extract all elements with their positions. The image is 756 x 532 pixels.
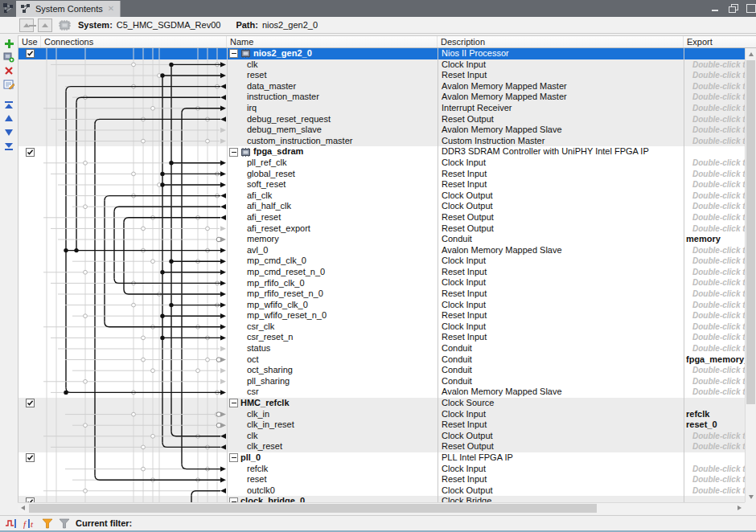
port-name-cell[interactable]: custom_instruction_master (227, 136, 438, 147)
scroll-down-arrow[interactable] (746, 491, 756, 502)
export-cell[interactable]: Double-click to export (684, 289, 745, 300)
port-name-cell[interactable]: mp_rfifo_reset_n_0 (227, 289, 438, 300)
scroll-right-arrow[interactable] (734, 502, 745, 514)
frequency-text-filter-icon[interactable]: f t (23, 518, 36, 529)
minimize-button[interactable] (711, 4, 720, 13)
module-name-cell[interactable]: clock_bridge_0 (227, 496, 438, 502)
port-name-cell[interactable]: afi_clk (227, 190, 438, 202)
port-name-cell[interactable]: mp_wfifo_clk_0 (227, 300, 438, 311)
horizontal-scrollbar[interactable] (18, 502, 745, 514)
export-cell[interactable]: Double-click to export (684, 201, 745, 212)
export-cell[interactable]: Double-click to export (684, 343, 745, 354)
port-name-cell[interactable]: reset (227, 70, 438, 81)
module-name-cell[interactable]: HMC_refclk (227, 398, 438, 409)
export-cell[interactable]: Double-click to export (684, 441, 745, 452)
col-header-description[interactable]: Description (438, 36, 684, 47)
port-name-cell[interactable]: mp_cmd_clk_0 (227, 256, 438, 267)
export-cell[interactable] (684, 146, 745, 158)
port-name-cell[interactable]: clk_reset (227, 441, 438, 452)
use-checkbox[interactable] (26, 49, 35, 58)
add-component-button[interactable] (3, 38, 15, 49)
vertical-scroll-thumb[interactable] (746, 60, 755, 404)
port-name-cell[interactable]: instruction_master (227, 92, 438, 103)
export-cell[interactable]: Double-click to export (684, 431, 745, 442)
tab-system-contents[interactable]: System Contents ✕ (16, 1, 121, 17)
parent-level-button[interactable] (38, 18, 52, 32)
module-name-cell[interactable]: nios2_gen2_0 (227, 48, 438, 59)
export-cell[interactable]: Double-click to export (684, 114, 745, 125)
port-name-cell[interactable]: avl_0 (227, 245, 438, 256)
signal-waveform-filter-icon[interactable] (5, 518, 18, 529)
export-cell[interactable] (684, 452, 745, 464)
port-name-cell[interactable]: pll_sharing (227, 376, 438, 387)
move-bottom-button[interactable] (3, 141, 15, 152)
export-cell[interactable]: Double-click to export (684, 332, 745, 343)
port-name-cell[interactable]: debug_reset_request (227, 114, 438, 125)
export-cell[interactable] (684, 496, 745, 502)
port-name-cell[interactable]: clk (227, 59, 438, 71)
export-cell[interactable]: Double-click to export (684, 169, 745, 180)
export-cell[interactable]: Double-click to export (684, 464, 745, 475)
port-name-cell[interactable]: mp_wfifo_reset_n_0 (227, 310, 438, 321)
export-cell[interactable]: Double-click to export (684, 387, 745, 398)
use-checkbox[interactable] (26, 148, 35, 157)
connections-matrix[interactable] (40, 48, 226, 502)
clear-filter-funnel-icon[interactable] (59, 518, 70, 529)
export-cell[interactable]: Double-click to export (684, 310, 745, 321)
remove-button[interactable] (3, 65, 15, 76)
col-header-export[interactable]: Export (684, 36, 756, 47)
move-down-button[interactable] (3, 127, 15, 138)
port-name-cell[interactable]: oct (227, 354, 438, 366)
export-cell[interactable]: Double-click to export (684, 300, 745, 311)
export-cell[interactable]: memory (684, 234, 745, 245)
move-top-button[interactable] (3, 100, 15, 111)
add-instance-button[interactable] (3, 51, 15, 63)
port-name-cell[interactable]: afi_half_clk (227, 201, 438, 212)
export-cell[interactable]: Double-click to export (684, 485, 745, 497)
export-cell[interactable]: Double-click to export (684, 190, 745, 202)
tab-close-icon[interactable]: ✕ (108, 5, 114, 13)
port-name-cell[interactable]: clk_in_reset (227, 419, 438, 431)
export-cell[interactable]: Double-click to export (684, 136, 745, 147)
collapse-expander-icon[interactable] (229, 399, 238, 407)
port-name-cell[interactable]: global_reset (227, 169, 438, 180)
scroll-left-arrow[interactable] (18, 502, 28, 514)
export-cell[interactable]: Double-click to export (684, 179, 745, 190)
port-name-cell[interactable]: csr (227, 387, 438, 398)
export-cell[interactable]: Double-click to export (684, 81, 745, 92)
port-name-cell[interactable]: reset (227, 474, 438, 485)
port-name-cell[interactable]: csr_reset_n (227, 332, 438, 343)
export-cell[interactable] (684, 398, 745, 409)
export-cell[interactable]: Double-click to export (684, 376, 745, 387)
port-name-cell[interactable]: clk (227, 431, 438, 442)
collapse-expander-icon[interactable] (229, 49, 238, 58)
restore-button[interactable] (729, 4, 738, 13)
port-name-cell[interactable]: oct_sharing (227, 365, 438, 376)
col-header-connections[interactable]: Connections (41, 36, 227, 47)
top-level-button[interactable] (19, 18, 34, 32)
port-name-cell[interactable]: afi_reset (227, 212, 438, 223)
export-cell[interactable]: Double-click to export (684, 125, 745, 136)
collapse-expander-icon[interactable] (229, 148, 238, 157)
export-cell[interactable] (684, 48, 745, 59)
horizontal-scroll-thumb[interactable] (29, 504, 597, 513)
port-name-cell[interactable]: afi_reset_export (227, 223, 438, 235)
export-cell[interactable]: Double-click to export (684, 256, 745, 267)
export-cell[interactable]: Double-click to export (684, 212, 745, 223)
export-cell[interactable]: Double-click to export (684, 70, 745, 81)
move-up-button[interactable] (3, 113, 15, 125)
export-cell[interactable]: Double-click to export (684, 223, 745, 235)
port-name-cell[interactable]: pll_ref_clk (227, 158, 438, 169)
port-name-cell[interactable]: data_master (227, 81, 438, 92)
use-checkbox[interactable] (26, 453, 35, 462)
export-cell[interactable]: Double-click to export (684, 277, 745, 289)
apply-filter-funnel-icon[interactable] (42, 518, 53, 529)
export-cell[interactable]: Double-click to export (684, 158, 745, 169)
maximize-button[interactable] (746, 4, 756, 13)
port-name-cell[interactable]: mp_cmd_reset_n_0 (227, 267, 438, 278)
port-name-cell[interactable]: debug_mem_slave (227, 125, 438, 136)
port-name-cell[interactable]: memory (227, 234, 438, 245)
port-name-cell[interactable]: mp_rfifo_clk_0 (227, 277, 438, 289)
edit-button[interactable] (3, 79, 15, 90)
port-name-cell[interactable]: csr_clk (227, 321, 438, 333)
